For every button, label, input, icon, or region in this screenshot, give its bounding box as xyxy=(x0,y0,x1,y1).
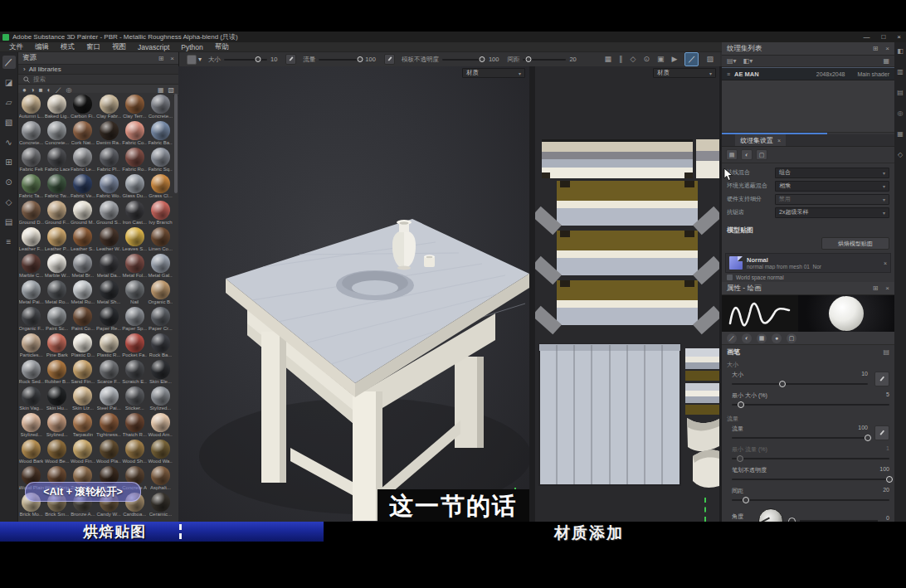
perspective-icon[interactable]: ◇ xyxy=(631,53,636,66)
slider-knob[interactable] xyxy=(886,476,893,483)
dock-icon[interactable]: ⊞ xyxy=(873,45,879,52)
texture-icon[interactable]: ▨ xyxy=(706,53,714,66)
filter-icon[interactable]: ▦ xyxy=(883,57,889,65)
list-tool[interactable]: ≡ xyxy=(2,235,16,248)
material-asset[interactable]: Ceramic... xyxy=(148,491,173,518)
material-asset[interactable]: Plastic R... xyxy=(95,332,121,358)
focus-icon[interactable]: ⊙ xyxy=(644,53,650,66)
material-asset[interactable]: Tightness... xyxy=(95,411,121,438)
material-asset[interactable]: Skin Hu... xyxy=(44,385,70,411)
texture-set-row[interactable]: ≡ AE MAN 2048x2048 Main shader xyxy=(722,67,894,80)
material-asset[interactable]: Clay Fabr... xyxy=(95,93,121,119)
menu-item-7[interactable]: Python xyxy=(181,43,202,51)
alpha-subtab-icon[interactable]: ◐ xyxy=(742,333,752,343)
material-asset[interactable]: Leather P... xyxy=(44,226,70,252)
cursor-icon[interactable]: ▶ xyxy=(672,53,678,66)
material-subtab-icon[interactable]: ● xyxy=(772,333,782,343)
minimize-button[interactable]: — xyxy=(863,32,869,42)
pressure-toggle-icon[interactable] xyxy=(285,54,296,65)
material-asset[interactable]: Wood Fin... xyxy=(70,438,95,464)
material-asset[interactable]: Fabric Ba... xyxy=(148,119,173,146)
pause-icon[interactable]: ∥ xyxy=(619,53,623,66)
polygon-fill-tool[interactable]: ▧ xyxy=(2,115,16,129)
material-asset[interactable]: Asphalt... xyxy=(148,464,173,491)
material-asset[interactable]: Ground F... xyxy=(44,199,70,226)
shading-mode-dropdown[interactable]: 材质 ▾ xyxy=(462,68,525,78)
slider-knob[interactable] xyxy=(865,435,871,441)
material-asset[interactable]: Linen Co... xyxy=(148,226,173,252)
material-asset[interactable]: Paper Cr... xyxy=(148,305,173,332)
material-asset[interactable]: Clay Terr... xyxy=(122,93,148,119)
slider-track[interactable] xyxy=(224,59,267,61)
material-asset[interactable]: Steel Pai... xyxy=(95,385,121,411)
material-asset[interactable]: Paper Re... xyxy=(95,305,121,332)
setting-dropdown[interactable]: 2x超级采样▾ xyxy=(775,207,889,218)
material-asset[interactable]: Fabric Wo... xyxy=(95,173,121,199)
mesh-maps-icon[interactable]: ◐ xyxy=(741,149,753,160)
material-asset[interactable]: Skin Vag... xyxy=(18,385,44,411)
menu-item-8[interactable]: 帮助 xyxy=(215,42,229,52)
material-asset[interactable]: Metal Ro... xyxy=(44,279,70,305)
angle-dial[interactable] xyxy=(758,508,783,522)
slider-knob[interactable] xyxy=(743,497,749,503)
material-asset[interactable]: Metal Da... xyxy=(95,252,121,279)
slider-track[interactable] xyxy=(732,383,868,385)
material-asset[interactable]: Thatch R... xyxy=(122,411,148,438)
property-slider-7[interactable]: 笔划不透明度100 xyxy=(727,465,889,486)
material-asset[interactable]: Fabric Pl... xyxy=(95,146,121,173)
material-asset[interactable]: Marble W... xyxy=(44,252,70,279)
slider-knob[interactable] xyxy=(737,455,743,462)
slider-track[interactable] xyxy=(732,404,889,406)
property-slider-5[interactable]: 流量100 xyxy=(727,424,889,445)
material-asset[interactable]: Organic B... xyxy=(148,279,173,305)
material-asset[interactable]: Leather W... xyxy=(95,226,121,252)
property-slider-6[interactable]: 最小 流量 (%)1 xyxy=(727,445,889,465)
material-asset[interactable]: Glass Du... xyxy=(122,173,148,199)
material-asset[interactable]: Fabric Le... xyxy=(70,146,95,173)
slider-track[interactable] xyxy=(732,479,889,480)
maximize-button[interactable]: □ xyxy=(881,32,885,42)
material-asset[interactable]: Scratch E... xyxy=(122,358,148,385)
material-asset[interactable]: Fabric Lace xyxy=(44,146,70,173)
material-asset[interactable]: Skin Liz... xyxy=(70,385,95,411)
asset-search[interactable]: 搜索 xyxy=(18,75,178,85)
slider-track[interactable] xyxy=(732,499,889,501)
shelf-icon[interactable]: ▦ xyxy=(897,130,904,138)
viewport-splitter[interactable] xyxy=(529,66,535,522)
property-angle[interactable]: 角度0 xyxy=(727,507,889,522)
material-asset[interactable]: Wood Wa... xyxy=(148,438,173,464)
material-asset[interactable]: Stylized... xyxy=(18,411,44,438)
material-asset[interactable]: Ground M... xyxy=(70,199,95,226)
brush-preset-button[interactable]: ▾ xyxy=(187,55,202,65)
preset-list-icon[interactable]: ▤ xyxy=(883,348,889,356)
close-button[interactable]: × xyxy=(897,32,901,42)
material-asset[interactable]: Tarpaulin xyxy=(70,411,95,438)
menu-item-1[interactable]: 文件 xyxy=(9,42,23,52)
material-asset[interactable]: Paper Sp... xyxy=(122,305,148,332)
menu-item-3[interactable]: 模式 xyxy=(61,42,75,52)
pressure-toggle-icon[interactable] xyxy=(874,372,889,386)
material-asset[interactable]: Grass Cl... xyxy=(148,173,173,199)
setting-dropdown[interactable]: 组合▾ xyxy=(775,168,889,178)
material-asset[interactable]: Paint Co... xyxy=(70,305,95,332)
material-asset[interactable]: Ground D... xyxy=(18,199,44,226)
material-asset[interactable]: Leather F... xyxy=(18,226,44,252)
projection-tool[interactable]: ▱ xyxy=(2,95,16,109)
normal-map-entry[interactable]: Normal normal map from mesh 01_Nor × xyxy=(725,253,891,273)
toolbar-slider-1[interactable]: 大小10 xyxy=(208,56,277,64)
material-asset[interactable]: Pine Bark xyxy=(44,332,70,358)
material-asset[interactable]: Concrete... xyxy=(148,93,173,119)
material-asset[interactable]: Stylized... xyxy=(148,385,173,411)
material-asset[interactable]: Skin Ele... xyxy=(148,358,173,385)
brush-subtab-icon[interactable]: ／ xyxy=(727,333,737,343)
material-asset[interactable]: Fabric Sq... xyxy=(148,146,173,173)
menu-item-6[interactable]: Javascript xyxy=(138,43,169,51)
material-preview[interactable] xyxy=(798,295,894,332)
property-slider-8[interactable]: 间距20 xyxy=(727,486,889,507)
grid-view-icon[interactable]: ▦ xyxy=(605,53,612,66)
channels-icon[interactable]: ▤ xyxy=(726,149,738,160)
slider-knob[interactable] xyxy=(525,56,531,62)
slider-knob[interactable] xyxy=(738,401,744,408)
sort-mode-icon[interactable]: ◧▾ xyxy=(743,57,753,65)
close-icon[interactable]: × xyxy=(885,45,889,52)
